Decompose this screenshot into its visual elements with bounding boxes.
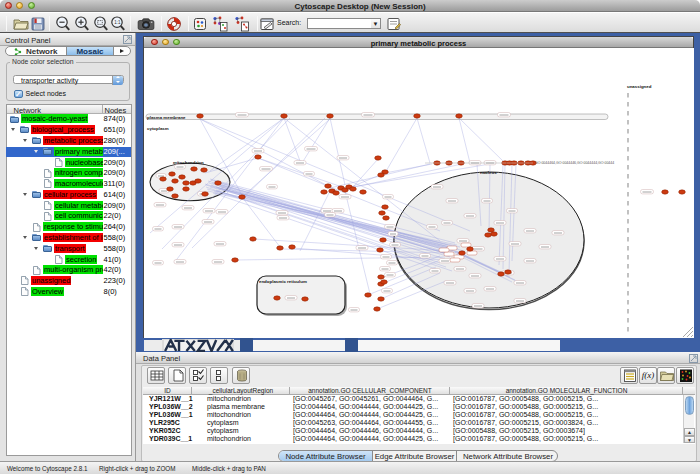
svg-text:mitochondrion: mitochondrion bbox=[173, 160, 204, 165]
svg-text:unassigned: unassigned bbox=[627, 84, 652, 89]
svg-text:nucleus: nucleus bbox=[480, 170, 497, 175]
svg-text:1:1: 1:1 bbox=[114, 20, 121, 25]
svg-text:plasma membrane: plasma membrane bbox=[147, 115, 186, 120]
svg-text:GO:0044464,GO:0044446,GO:00444: GO:0044464,GO:0044446,GO:0044444,GO:0044… bbox=[535, 161, 614, 165]
svg-text:endoplasmic reticulum: endoplasmic reticulum bbox=[259, 279, 307, 284]
svg-text:cytoplasm: cytoplasm bbox=[147, 126, 169, 131]
